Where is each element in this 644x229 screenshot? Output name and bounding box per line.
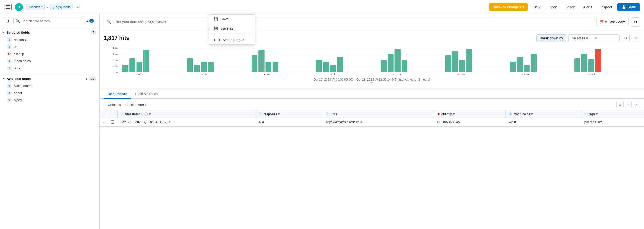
svg-text:22nd: 22nd	[521, 73, 531, 76]
share-button[interactable]: Share	[563, 4, 577, 11]
col-timestamp-header[interactable]: t timestamp ↓ 🕐 ▾	[117, 110, 256, 118]
view-columns-icon[interactable]: ⊟	[616, 101, 624, 108]
dropdown-save-as[interactable]: 💾 Save as	[209, 24, 255, 33]
svg-rect-28	[395, 49, 401, 72]
field-type-t-icon: t	[7, 59, 12, 63]
svg-rect-17	[208, 62, 214, 72]
filter-button[interactable]: ≡ 0	[84, 18, 96, 24]
hamburger-menu[interactable]	[4, 4, 12, 10]
field-type-t-icon: t	[584, 112, 588, 116]
field-type-t-icon: t	[121, 112, 124, 116]
chevron-down-icon: ▾	[605, 20, 607, 24]
col-machine-os-header[interactable]: t machine.os ▾	[506, 110, 581, 118]
date-picker-button[interactable]: 📅 ▾ Last 7 days	[596, 18, 629, 26]
table-header-row: t timestamp ↓ 🕐 ▾ t response ▾	[100, 110, 644, 118]
sidebar: ⊟ 🔍 ≡ 0 ▾ Selected fields 5 t response t	[0, 14, 100, 229]
svg-rect-21	[273, 62, 278, 72]
columns-button[interactable]: ⊞ Columns	[104, 103, 121, 107]
field-item-clientip[interactable]: IP clientip	[0, 50, 99, 57]
col-tags-header[interactable]: t tags ▾	[581, 110, 644, 118]
save-button[interactable]: 💾 Save	[617, 3, 640, 11]
field-item-response[interactable]: t response	[0, 36, 99, 43]
field-name: clientip	[14, 52, 24, 56]
cell-tags: [success, info]	[581, 118, 644, 127]
field-item-timestamp[interactable]: t @timestamp	[0, 82, 99, 89]
search-input[interactable]	[21, 19, 80, 23]
expand-icon[interactable]: ↗	[103, 121, 105, 124]
field-type-t-icon: t	[7, 83, 12, 88]
selected-fields-header[interactable]: ▾ Selected fields 5	[0, 28, 99, 36]
open-button[interactable]: Open	[546, 4, 560, 11]
dropdown-revert[interactable]: ↩ Revert changes	[209, 35, 255, 44]
alerts-button[interactable]: Alerts	[580, 4, 595, 11]
hits-count: 1,817 hits	[104, 35, 129, 41]
field-item-agent[interactable]: t agent	[0, 89, 99, 96]
collapse-icon: ▾	[3, 77, 5, 80]
field-item-bytes[interactable]: # bytes	[0, 96, 99, 104]
field-item-machine-os[interactable]: t machine.os	[0, 57, 99, 65]
field-name: machine.os	[14, 59, 31, 63]
dropdown-save[interactable]: 💾 Save	[209, 15, 255, 24]
breadcrumb: Discover › [Logs] Visits ✓	[26, 4, 80, 10]
field-type-t-icon: t	[7, 37, 12, 42]
svg-text:16th: 16th	[134, 73, 143, 76]
inspect-button[interactable]: Inspect	[598, 4, 614, 11]
field-type-t-icon: t	[326, 112, 330, 116]
refresh-button[interactable]: ↻	[631, 17, 640, 27]
filter-icon: ≡	[86, 19, 88, 23]
col-url-header[interactable]: t url ▾	[323, 110, 434, 118]
view-rows-icon[interactable]: ≡	[625, 101, 632, 108]
new-button[interactable]: New	[531, 4, 543, 11]
svg-rect-24	[330, 65, 336, 72]
breakdown-select[interactable]: Select field ▾	[568, 34, 620, 42]
content-area: 🔍 📅 ▾ Last 7 days ↻ 1,817 hits Break dow…	[100, 14, 644, 229]
field-item-tags[interactable]: t tags	[0, 65, 99, 72]
field-type-hash-icon: #	[7, 98, 12, 102]
sidebar-toggle-button[interactable]: ⊟	[3, 17, 11, 25]
col-expand-header	[100, 110, 108, 118]
row-checkbox[interactable]	[111, 120, 114, 124]
field-name: response	[14, 38, 27, 42]
kql-input[interactable]	[113, 20, 591, 24]
svg-rect-37	[531, 54, 537, 72]
breadcrumb-discover[interactable]: Discover	[26, 4, 45, 10]
svg-rect-14	[187, 58, 193, 72]
query-bar: 🔍 📅 ▾ Last 7 days ↻	[100, 14, 644, 30]
svg-text:0: 0	[116, 70, 119, 73]
svg-rect-23	[323, 62, 329, 72]
col-header-label: url	[331, 112, 335, 116]
tab-field-statistics[interactable]: Field statistics	[131, 89, 162, 99]
row-checkbox-cell[interactable]	[108, 118, 117, 127]
bar-chart: 80 60 40 20 0	[104, 45, 640, 76]
row-expand[interactable]: ↗	[100, 118, 108, 127]
svg-rect-11	[129, 58, 135, 72]
tab-documents[interactable]: Documents	[104, 89, 131, 99]
svg-rect-27	[388, 54, 393, 72]
svg-rect-12	[136, 62, 142, 72]
cell-machine-os: win 8	[506, 118, 581, 127]
info-icon[interactable]: ℹ	[86, 77, 87, 80]
svg-text:20: 20	[113, 65, 119, 67]
unsaved-changes-button[interactable]: Unsaved changes ▾	[489, 3, 528, 11]
col-response-header[interactable]: t response ▾	[256, 110, 323, 118]
chart-options-icon[interactable]: ⚙	[632, 34, 640, 42]
data-table: t timestamp ↓ 🕐 ▾ t response ▾	[100, 110, 644, 229]
available-fields-header[interactable]: ▾ Available fields ℹ 30	[0, 74, 99, 82]
user-avatar[interactable]: D	[15, 3, 23, 11]
svg-rect-18	[252, 55, 257, 72]
chart-settings-icon[interactable]: ⚙	[622, 34, 630, 42]
col-header-label: response	[264, 112, 277, 116]
top-nav: D Discover › [Logs] Visits ✓ Unsaved cha…	[0, 0, 644, 14]
svg-rect-16	[201, 62, 207, 72]
col-clientip-header[interactable]: IP clientip ▾	[434, 110, 505, 118]
save-as-icon: 💾	[214, 26, 218, 30]
fullscreen-icon[interactable]: ⤢	[633, 101, 640, 108]
table-toolbar-right: ⊟ ≡ ⤢	[616, 101, 640, 108]
breadcrumb-current[interactable]: [Logs] Visits	[50, 4, 73, 10]
cell-url: https://artifacts.elastic.co/d...	[323, 118, 434, 127]
svg-rect-30	[445, 55, 451, 72]
chart-time-range[interactable]: Oct 16, 2023 @ 00:00:00.000 - Oct 23, 20…	[104, 76, 640, 87]
svg-rect-38	[574, 58, 580, 72]
field-item-url[interactable]: t url	[0, 43, 99, 50]
query-input-wrapper: 🔍	[104, 17, 594, 27]
